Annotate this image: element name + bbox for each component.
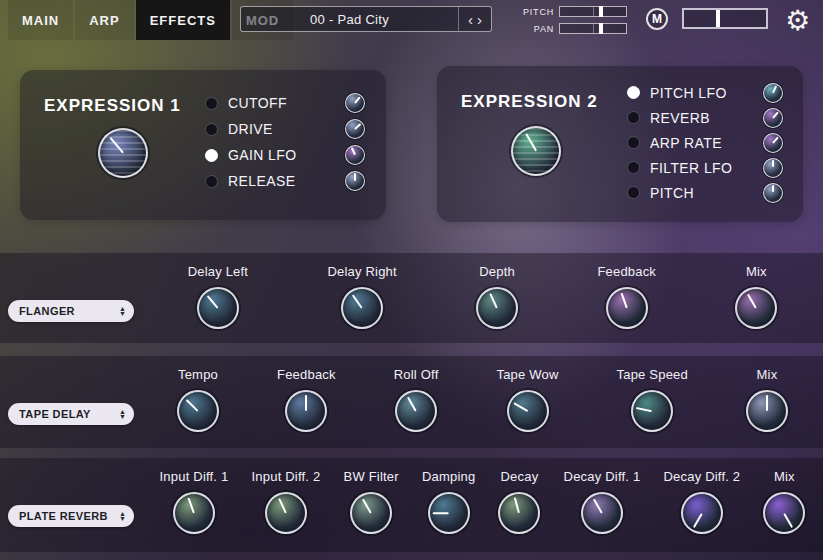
knob-flanger-mix[interactable]: [735, 287, 777, 329]
knob-cell: Delay Right: [327, 264, 396, 329]
knob-cell: Roll Off: [394, 367, 439, 432]
mini-knob-gain-lfo[interactable]: [345, 145, 365, 165]
mono-button[interactable]: M: [646, 8, 668, 30]
pitch-slider-handle[interactable]: [599, 6, 603, 17]
knob-depth[interactable]: [476, 287, 518, 329]
knob-label: Feedback: [597, 264, 656, 279]
flanger-effect-selector[interactable]: FLANGER ▲▼: [8, 300, 134, 322]
knob-decay-diff-1[interactable]: [581, 492, 623, 534]
knob-pointer: [354, 123, 361, 129]
knob-label: Input Diff. 1: [160, 469, 229, 484]
plate-reverb-effect-selector[interactable]: PLATE REVERB ▲▼: [8, 505, 134, 527]
knob-pointer: [513, 402, 528, 412]
option-cutoff: CUTOFF: [205, 90, 365, 116]
option-label: ARP RATE: [650, 135, 763, 151]
master-volume-slider[interactable]: [682, 8, 768, 29]
radio-arp-rate[interactable]: [627, 136, 640, 149]
knob-decay[interactable]: [498, 492, 540, 534]
knob-pointer: [514, 497, 520, 513]
option-filter-lfo: FILTER LFO: [627, 155, 783, 180]
knob-input-diff-2[interactable]: [265, 492, 307, 534]
knob-damping[interactable]: [428, 492, 470, 534]
tape-delay-effect-selector[interactable]: TAPE DELAY ▲▼: [8, 403, 134, 425]
preset-selector[interactable]: 00 - Pad City ‹ ›: [240, 6, 492, 32]
mini-knob-filter-lfo[interactable]: [763, 158, 783, 178]
knob-cell: Damping: [422, 469, 475, 534]
option-label: GAIN LFO: [228, 147, 345, 163]
knob-pointer: [772, 160, 774, 168]
knob-pointer: [351, 148, 356, 156]
effect-selector-label: FLANGER: [19, 305, 119, 317]
radio-pitch-lfo[interactable]: [627, 86, 640, 99]
option-release: RELEASE: [205, 168, 365, 194]
knob-tape-speed[interactable]: [631, 390, 673, 432]
knob-cell: Depth: [476, 264, 518, 329]
knob-tape-feedback[interactable]: [285, 390, 327, 432]
radio-gain-lfo[interactable]: [205, 149, 218, 162]
knob-label: Roll Off: [394, 367, 439, 382]
knob-flanger-feedback[interactable]: [606, 287, 648, 329]
pitch-slider[interactable]: [559, 6, 627, 17]
knob-pointer: [636, 407, 652, 412]
mini-knob-release[interactable]: [345, 171, 365, 191]
tab-main[interactable]: MAIN: [8, 0, 73, 40]
knob-label: Tape Speed: [617, 367, 688, 382]
knob-tempo[interactable]: [177, 390, 219, 432]
radio-drive[interactable]: [205, 123, 218, 136]
knob-pointer: [525, 133, 537, 151]
knob-pointer: [489, 293, 498, 309]
radio-filter-lfo[interactable]: [627, 161, 640, 174]
knob-pointer: [772, 111, 778, 118]
option-label: PITCH LFO: [650, 85, 763, 101]
knob-decay-diff-2[interactable]: [681, 492, 723, 534]
knob-label: Depth: [479, 264, 515, 279]
knob-delay-left[interactable]: [197, 287, 239, 329]
knob-bw-filter[interactable]: [350, 492, 392, 534]
pan-slider-handle[interactable]: [599, 23, 603, 34]
knob-cell: Feedback: [597, 264, 656, 329]
tab-arp[interactable]: ARP: [75, 0, 133, 40]
knob-label: Decay Diff. 2: [664, 469, 741, 484]
mini-knob-arp-rate[interactable]: [763, 133, 783, 153]
radio-cutoff[interactable]: [205, 97, 218, 110]
plate-reverb-knobs: Input Diff. 1 Input Diff. 2 BW Filter Da…: [148, 458, 817, 560]
pan-slider[interactable]: [559, 23, 627, 34]
master-volume-handle[interactable]: [716, 10, 720, 27]
mini-knob-reverb[interactable]: [763, 108, 783, 128]
expression-1-knob[interactable]: [98, 128, 148, 178]
knob-reverb-mix[interactable]: [763, 492, 805, 534]
expression-2-knob[interactable]: [511, 126, 561, 176]
knob-cell: Mix: [746, 367, 788, 432]
knob-delay-right[interactable]: [341, 287, 383, 329]
radio-reverb[interactable]: [627, 111, 640, 124]
preset-prev-icon[interactable]: ‹: [466, 12, 475, 27]
knob-pointer: [693, 512, 703, 527]
knob-label: Mix: [746, 264, 767, 279]
radio-release[interactable]: [205, 175, 218, 188]
radio-pitch[interactable]: [627, 186, 640, 199]
knob-label: Input Diff. 2: [252, 469, 321, 484]
mini-knob-pitch[interactable]: [763, 183, 783, 203]
knob-roll-off[interactable]: [395, 390, 437, 432]
knob-label: Mix: [774, 469, 795, 484]
knob-pointer: [432, 512, 448, 514]
option-arp-rate: ARP RATE: [627, 130, 783, 155]
mini-knob-pitch-lfo[interactable]: [763, 83, 783, 103]
knob-pointer: [772, 185, 774, 193]
preset-next-icon[interactable]: ›: [475, 12, 484, 27]
option-pitch: PITCH: [627, 180, 783, 205]
knob-label: Tape Wow: [496, 367, 558, 382]
mini-knob-cutoff[interactable]: [345, 93, 365, 113]
settings-gear-icon[interactable]: ⚙: [785, 2, 810, 40]
pan-label: PAN: [518, 24, 554, 34]
tab-effects[interactable]: EFFECTS: [136, 0, 230, 40]
knob-cell: Input Diff. 1: [160, 469, 229, 534]
knob-input-diff-1[interactable]: [173, 492, 215, 534]
knob-label: Mix: [757, 367, 778, 382]
selector-arrows-icon: ▲▼: [119, 409, 126, 419]
mini-knob-drive[interactable]: [345, 119, 365, 139]
knob-tape-wow[interactable]: [507, 390, 549, 432]
knob-label: Feedback: [277, 367, 336, 382]
knob-cell: Feedback: [277, 367, 336, 432]
knob-tape-mix[interactable]: [746, 390, 788, 432]
